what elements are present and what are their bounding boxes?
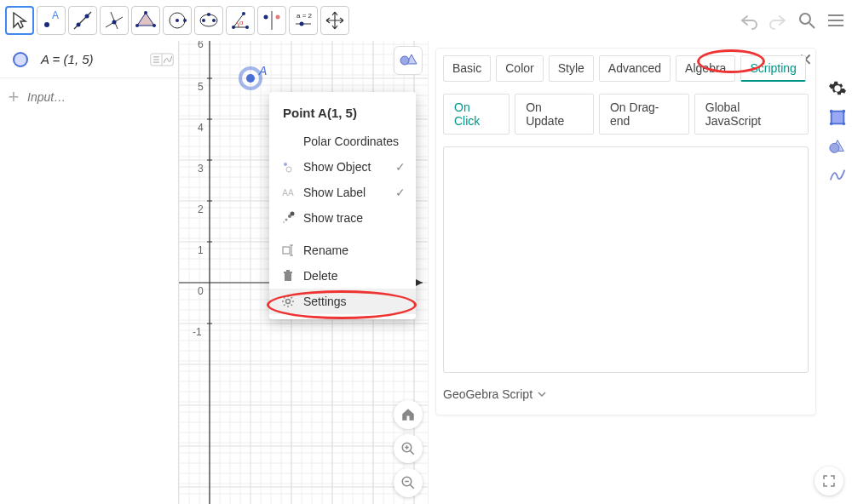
tool-perpendicular[interactable] <box>100 6 129 35</box>
tool-line[interactable] <box>68 6 97 35</box>
hamburger-menu-icon[interactable] <box>825 9 847 32</box>
svg-line-178 <box>284 297 285 299</box>
top-toolbar: A α a = 2 <box>0 0 852 41</box>
rename-icon <box>279 243 296 257</box>
algebra-object-row[interactable]: A = (1, 5) <box>0 41 178 78</box>
svg-text:2: 2 <box>198 203 204 215</box>
svg-marker-125 <box>416 279 423 286</box>
svg-point-145 <box>400 56 409 65</box>
subtab-on-click[interactable]: On Click <box>443 94 509 135</box>
svg-point-9 <box>144 11 147 14</box>
svg-point-21 <box>245 26 249 29</box>
svg-point-13 <box>176 19 179 22</box>
svg-point-165 <box>291 212 295 216</box>
tab-style[interactable]: Style <box>549 55 594 82</box>
ctx-rename[interactable]: Rename <box>269 238 416 263</box>
algebra-panel: A = (1, 5) + <box>0 41 179 504</box>
context-menu-title: Point A(1, 5) <box>269 102 416 129</box>
svg-point-10 <box>153 24 156 27</box>
algebra-input-row: + <box>0 78 178 116</box>
svg-point-3 <box>77 23 81 27</box>
svg-point-159 <box>830 143 839 152</box>
graphics-style-button[interactable] <box>394 46 423 75</box>
svg-point-163 <box>285 219 288 221</box>
visibility-toggle-icon[interactable] <box>0 52 41 67</box>
tab-advanced[interactable]: Advanced <box>599 55 671 82</box>
plus-icon[interactable]: + <box>0 86 27 108</box>
chevron-down-icon <box>538 390 546 398</box>
svg-point-20 <box>232 26 235 29</box>
subtab-on-drag-end[interactable]: On Drag-end <box>599 94 689 135</box>
shape-tricircle-icon[interactable] <box>827 136 848 157</box>
tool-ellipse[interactable] <box>194 6 223 35</box>
svg-point-154 <box>830 110 833 113</box>
tool-circle[interactable] <box>163 6 192 35</box>
ctx-polar-coordinates[interactable]: Polar Coordinates <box>269 129 416 154</box>
svg-point-156 <box>830 123 833 126</box>
svg-point-160 <box>284 163 287 166</box>
context-menu: Point A(1, 5) Polar Coordinates Show Obj… <box>269 92 416 319</box>
shape-square-icon[interactable] <box>827 107 848 128</box>
undo-icon[interactable] <box>738 9 760 32</box>
fullscreen-icon[interactable] <box>815 467 843 495</box>
tab-color[interactable]: Color <box>496 55 543 82</box>
redo-icon[interactable] <box>767 9 789 32</box>
algebra-input[interactable] <box>27 90 178 104</box>
zoom-in-icon[interactable] <box>394 434 423 463</box>
script-type-select[interactable]: GeoGebra Script <box>443 387 809 401</box>
svg-point-24 <box>264 15 268 20</box>
svg-text:α: α <box>239 19 244 26</box>
tool-move[interactable] <box>5 6 34 35</box>
right-vertical-toolbar <box>823 41 852 504</box>
tab-algebra[interactable]: Algebra <box>676 55 735 82</box>
gear-icon[interactable] <box>827 78 848 99</box>
svg-text:1: 1 <box>198 244 204 256</box>
zoom-out-icon[interactable] <box>394 468 423 497</box>
svg-rect-153 <box>832 112 844 124</box>
ctx-show-trace[interactable]: Show trace <box>269 205 416 231</box>
tool-angle[interactable]: α <box>226 6 255 35</box>
svg-text:0: 0 <box>198 285 204 297</box>
svg-point-25 <box>276 15 280 20</box>
svg-rect-172 <box>286 270 290 272</box>
tab-scripting[interactable]: Scripting <box>740 55 805 82</box>
svg-line-181 <box>291 297 293 299</box>
home-icon[interactable] <box>394 400 423 429</box>
subtab-on-update[interactable]: On Update <box>515 94 594 135</box>
ctx-show-object[interactable]: Show Object ✓ <box>269 154 416 180</box>
svg-text:3: 3 <box>198 163 204 175</box>
ctx-settings[interactable]: Settings <box>269 289 416 314</box>
tool-polygon[interactable] <box>131 6 160 35</box>
function-icon[interactable] <box>827 165 848 186</box>
svg-point-155 <box>843 110 846 113</box>
svg-point-27 <box>300 22 304 26</box>
subtab-global-js[interactable]: Global JavaScript <box>694 94 809 135</box>
check-icon: ✓ <box>395 186 406 199</box>
svg-text:-1: -1 <box>193 326 202 338</box>
tool-point[interactable]: A <box>37 6 66 35</box>
check-icon: ✓ <box>395 160 406 174</box>
svg-text:4: 4 <box>198 122 204 134</box>
tool-move-graphics[interactable] <box>320 6 349 35</box>
search-icon[interactable] <box>796 9 818 32</box>
algebra-expression[interactable]: A = (1, 5) <box>41 52 146 66</box>
tab-basic[interactable]: Basic <box>443 55 491 82</box>
svg-point-161 <box>286 167 291 172</box>
svg-point-7 <box>112 20 117 25</box>
scripting-subtabs: On Click On Update On Drag-end Global Ja… <box>441 90 810 138</box>
ctx-show-label[interactable]: AA Show Label ✓ <box>269 180 416 205</box>
svg-rect-166 <box>283 247 290 254</box>
point-icon <box>279 160 296 174</box>
output-mode-toggle-icon[interactable] <box>146 52 178 67</box>
svg-point-142 <box>246 74 255 83</box>
svg-text:A: A <box>258 64 267 77</box>
script-textarea[interactable] <box>443 146 809 373</box>
tool-reflect[interactable] <box>257 6 286 35</box>
svg-text:6: 6 <box>198 41 204 50</box>
svg-point-14 <box>183 19 187 22</box>
svg-line-180 <box>284 305 285 306</box>
svg-point-16 <box>202 19 205 22</box>
ctx-delete[interactable]: Delete <box>269 263 416 289</box>
tool-slider[interactable]: a = 2 <box>289 6 318 35</box>
svg-point-0 <box>44 22 49 27</box>
